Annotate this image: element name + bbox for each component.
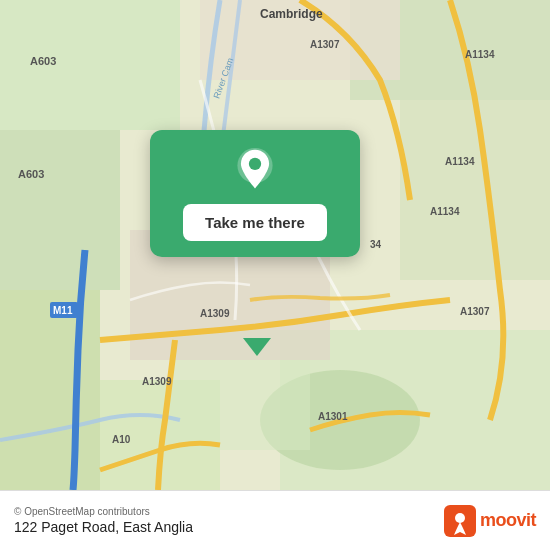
moovit-label: moovit (480, 510, 536, 531)
moovit-icon (444, 505, 476, 537)
svg-text:A1307: A1307 (310, 39, 340, 50)
svg-text:34: 34 (370, 239, 382, 250)
svg-text:A1134: A1134 (445, 156, 475, 167)
moovit-logo: moovit (444, 505, 536, 537)
pin-icon (233, 148, 277, 192)
map-container: A603 A603 A1307 A1134 A1134 A1134 A1307 … (0, 0, 550, 490)
address-section: © OpenStreetMap contributors 122 Paget R… (14, 506, 193, 535)
take-me-there-button[interactable]: Take me there (183, 204, 327, 241)
svg-text:A603: A603 (18, 168, 44, 180)
svg-text:Cambridge: Cambridge (260, 7, 323, 21)
bottom-bar: © OpenStreetMap contributors 122 Paget R… (0, 490, 550, 550)
svg-text:A603: A603 (30, 55, 56, 67)
svg-text:A1309: A1309 (200, 308, 230, 319)
svg-point-29 (249, 158, 261, 170)
svg-text:A1134: A1134 (465, 49, 495, 60)
svg-text:A10: A10 (112, 434, 131, 445)
popup-card: Take me there (150, 130, 360, 257)
svg-rect-3 (0, 290, 100, 490)
svg-point-31 (455, 513, 465, 523)
svg-rect-2 (0, 130, 120, 290)
svg-text:A1307: A1307 (460, 306, 490, 317)
osm-credit: © OpenStreetMap contributors (14, 506, 193, 517)
svg-text:A1301: A1301 (318, 411, 348, 422)
address-text: 122 Paget Road, East Anglia (14, 519, 193, 535)
svg-rect-1 (0, 0, 180, 130)
svg-text:A1134: A1134 (430, 206, 460, 217)
svg-text:M11: M11 (53, 305, 73, 316)
svg-text:A1309: A1309 (142, 376, 172, 387)
svg-rect-6 (400, 100, 550, 280)
popup-tail (243, 338, 271, 356)
